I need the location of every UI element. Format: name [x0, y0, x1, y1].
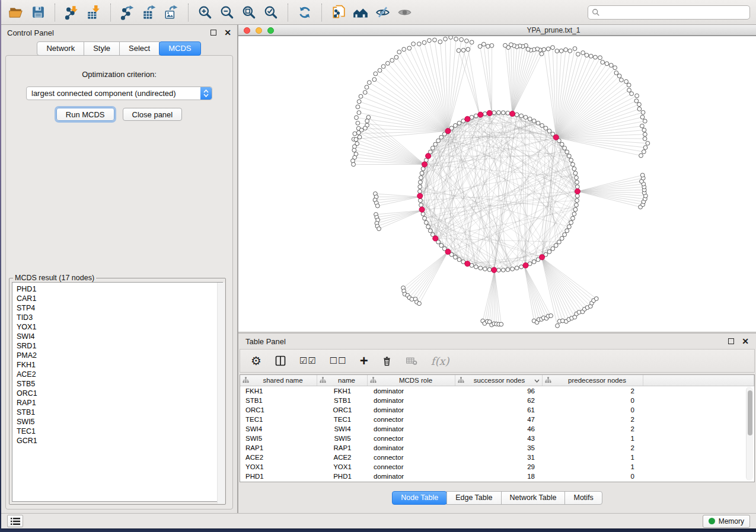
deselect-all-icon[interactable]: ☐☐ [330, 355, 347, 366]
new-network-from-selection-icon[interactable] [330, 4, 347, 21]
table-cell[interactable]: YOX1 [317, 462, 368, 472]
table-cell[interactable]: 62 [455, 396, 543, 405]
table-cell[interactable]: TEC1 [317, 415, 368, 424]
table-cell[interactable]: 43 [455, 434, 543, 443]
table-cell[interactable]: 47 [455, 415, 543, 424]
table-cell[interactable]: connector [368, 462, 455, 472]
column-header-mcds-role[interactable]: MCDS role [368, 375, 455, 386]
mcds-result-item[interactable]: YOX1 [12, 322, 222, 332]
table-row[interactable]: SWI4SWI4dominator462 [240, 424, 754, 434]
select-all-icon[interactable]: ☑☑ [299, 355, 317, 366]
mcds-result-item[interactable]: STB1 [12, 408, 222, 417]
mcds-result-item[interactable]: TID3 [12, 313, 222, 322]
open-folder-icon[interactable] [7, 4, 25, 21]
save-session-icon[interactable] [29, 4, 47, 21]
mcds-result-item[interactable]: TEC1 [12, 427, 222, 436]
table-cell[interactable]: TEC1 [240, 415, 317, 424]
table-cell[interactable]: STB1 [240, 396, 317, 405]
mcds-result-item[interactable]: PHD1 [12, 284, 222, 294]
table-row[interactable]: PHD1PHD1dominator180 [240, 472, 754, 481]
table-cell[interactable]: SWI5 [240, 434, 317, 443]
table-cell[interactable]: 96 [455, 386, 543, 396]
tab-select[interactable]: Select [119, 41, 160, 56]
column-header-predecessor-nodes[interactable]: predecessor nodes [543, 375, 643, 386]
table-cell[interactable]: RAP1 [317, 443, 368, 453]
run-mcds-button[interactable]: Run MCDS [56, 108, 114, 121]
table-cell[interactable]: ACE2 [240, 453, 317, 462]
maximize-window-icon[interactable] [267, 27, 274, 34]
table-cell[interactable]: RAP1 [240, 443, 317, 453]
table-scrollbar[interactable] [746, 387, 753, 480]
optimization-criterion-select[interactable]: largest connected component (undirected) [26, 86, 212, 100]
eye-icon[interactable] [395, 4, 413, 21]
close-window-icon[interactable] [244, 27, 250, 34]
search-box[interactable] [588, 5, 750, 20]
table-cell[interactable]: 0 [543, 396, 643, 405]
table-cell[interactable]: 2 [543, 443, 643, 453]
tab-edge-table[interactable]: Edge Table [446, 491, 501, 505]
memory-button[interactable]: Memory [703, 515, 750, 528]
mcds-result-item[interactable]: SWI5 [12, 417, 222, 427]
mcds-result-item[interactable]: CAR1 [12, 294, 222, 303]
zoom-fit-icon[interactable] [240, 4, 258, 21]
houses-icon[interactable] [352, 4, 369, 21]
column-header-shared-name[interactable]: shared name [240, 375, 317, 386]
network-canvas[interactable] [238, 36, 756, 332]
table-row[interactable]: ORC1ORC1dominator610 [240, 405, 754, 415]
table-cell[interactable]: 2 [543, 386, 643, 396]
table-cell[interactable]: dominator [368, 386, 455, 396]
mcds-result-item[interactable]: ORC1 [12, 389, 222, 398]
delete-table-icon[interactable] [406, 355, 418, 367]
table-cell[interactable]: ACE2 [317, 453, 368, 462]
table-cell[interactable]: 1 [543, 434, 643, 443]
export-network-icon[interactable] [119, 4, 136, 21]
mcds-result-item[interactable]: FKH1 [12, 360, 222, 370]
table-cell[interactable]: YOX1 [240, 462, 317, 472]
table-cell[interactable]: SWI4 [317, 424, 368, 434]
mcds-result-item[interactable]: STB5 [12, 379, 222, 389]
tab-network-table[interactable]: Network Table [501, 491, 566, 505]
split-panel-icon[interactable] [275, 355, 286, 367]
zoom-selected-icon[interactable] [262, 4, 280, 21]
mcds-result-item[interactable]: RAP1 [12, 398, 222, 408]
table-row[interactable]: STB1STB1dominator620 [240, 396, 754, 405]
table-cell[interactable]: connector [368, 434, 455, 443]
table-row[interactable]: FKH1FKH1dominator962 [240, 386, 754, 396]
delete-column-icon[interactable] [381, 355, 393, 367]
table-cell[interactable]: 2 [543, 415, 643, 424]
tab-network[interactable]: Network [37, 41, 84, 56]
table-cell[interactable]: STB1 [317, 396, 368, 405]
mcds-result-item[interactable]: SRD1 [12, 341, 222, 351]
minimize-window-icon[interactable] [256, 27, 262, 34]
import-table-icon[interactable] [85, 4, 103, 21]
import-network-icon[interactable] [63, 4, 81, 21]
close-panel-button[interactable]: Close panel [123, 108, 183, 121]
table-cell[interactable]: FKH1 [240, 386, 317, 396]
table-cell[interactable]: FKH1 [317, 386, 368, 396]
table-settings-icon[interactable]: ⚙ [251, 354, 261, 368]
table-cell[interactable]: connector [368, 415, 455, 424]
refresh-layout-icon[interactable] [296, 4, 314, 21]
table-cell[interactable]: dominator [368, 405, 455, 415]
mcds-result-item[interactable]: GCR1 [12, 436, 222, 446]
mcds-result-item[interactable]: STP4 [12, 303, 222, 313]
add-column-icon[interactable]: + [360, 355, 368, 366]
table-cell[interactable]: dominator [368, 424, 455, 434]
table-cell[interactable]: PHD1 [317, 472, 368, 481]
eye-slash-icon[interactable] [374, 4, 391, 21]
float-table-panel-icon[interactable] [728, 338, 734, 344]
search-input[interactable] [602, 8, 746, 17]
tab-style[interactable]: Style [84, 41, 120, 56]
export-table-icon[interactable] [141, 4, 158, 21]
mcds-list-scrollbar[interactable] [217, 283, 225, 504]
table-scrollbar-thumb[interactable] [748, 390, 752, 435]
tab-mcds[interactable]: MCDS [159, 41, 200, 56]
table-cell[interactable]: 61 [455, 405, 543, 415]
zoom-in-icon[interactable] [196, 4, 214, 21]
table-cell[interactable]: 35 [455, 443, 543, 453]
table-cell[interactable]: 46 [455, 424, 543, 434]
tab-motifs[interactable]: Motifs [564, 491, 602, 505]
show-panel-list-button[interactable] [7, 515, 23, 527]
table-cell[interactable]: PHD1 [240, 472, 317, 481]
table-cell[interactable]: 1 [543, 462, 643, 472]
